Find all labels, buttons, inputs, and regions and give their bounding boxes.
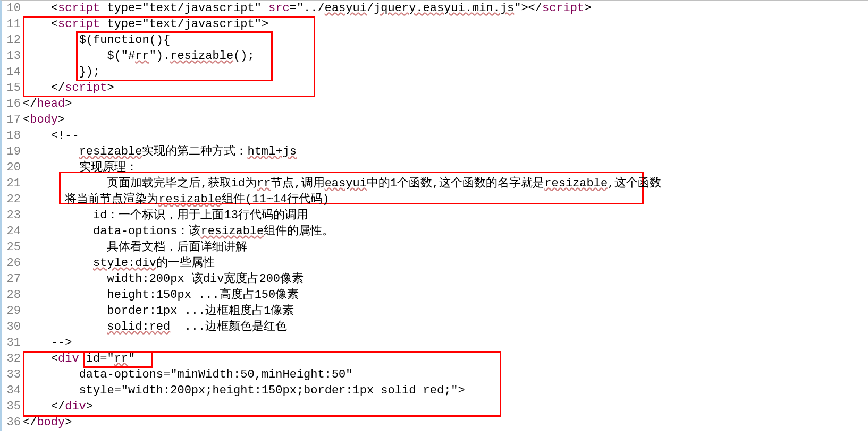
code-editor[interactable]: 1011121314151617181920212223242526272829… <box>0 0 868 431</box>
line-number: 22 <box>2 192 21 208</box>
code-token: "text/javascript" <box>142 18 261 31</box>
code-token: easyui <box>325 2 367 15</box>
code-token: resizable <box>544 177 608 190</box>
line-number: 24 <box>2 224 21 239</box>
code-token: " <box>128 352 135 365</box>
line-number: 28 <box>2 287 21 303</box>
code-line[interactable]: <script type="text/javascript" src="../e… <box>23 1 868 16</box>
code-token: 组件(11~14行代码) <box>222 193 329 206</box>
code-token: 实现原理： <box>79 161 138 174</box>
code-line[interactable]: </script> <box>23 80 868 96</box>
code-token: ,这个函数 <box>608 177 661 190</box>
line-number: 16 <box>2 96 21 112</box>
code-token: id：一个标识，用于上面13行代码的调用 <box>93 209 308 222</box>
code-token <box>262 2 268 15</box>
code-token: > <box>584 2 591 15</box>
code-line[interactable]: data-options：该resizable组件的属性。 <box>23 224 868 239</box>
code-line[interactable]: <div id="rr" <box>23 351 868 367</box>
code-line[interactable]: style:div的一些属性 <box>23 255 868 271</box>
code-token: easyui <box>325 177 367 190</box>
code-line[interactable]: data-options="minWidth:50,minHeight:50" <box>23 367 868 383</box>
line-number: 21 <box>2 176 21 192</box>
line-number: 17 <box>2 112 21 128</box>
code-token: " <box>107 352 114 365</box>
code-token: width:200px 该div宽度占200像素 <box>107 272 304 286</box>
code-line[interactable]: --> <box>23 335 868 351</box>
code-line[interactable]: </body> <box>23 415 868 431</box>
code-token: 实现的第二种方式： <box>142 145 247 158</box>
code-token: script <box>58 18 100 31</box>
code-token: </ <box>23 97 37 110</box>
code-token: $(function(){ <box>79 33 171 47</box>
line-number: 26 <box>2 255 21 271</box>
code-token: type= <box>100 2 142 15</box>
code-token: </ <box>51 400 65 413</box>
code-line[interactable]: <!-- <box>23 128 868 144</box>
code-token: script <box>65 81 107 95</box>
line-number: 12 <box>2 32 21 48</box>
code-token: "text/javascript" <box>142 2 261 15</box>
code-token: > <box>65 97 72 110</box>
code-token: 将当前节点渲染为 <box>65 193 158 206</box>
code-token: rr <box>135 49 149 63</box>
code-token: < <box>51 2 58 15</box>
code-line[interactable]: style="width:200px;height:150px;border:1… <box>23 383 868 399</box>
code-token: <!-- <box>51 129 79 142</box>
line-number: 18 <box>2 128 21 144</box>
line-number: 30 <box>2 319 21 335</box>
code-line[interactable]: <body> <box>23 112 868 128</box>
code-line[interactable]: 实现原理： <box>23 160 868 176</box>
code-token: = <box>290 2 297 15</box>
code-token: resizable <box>170 49 233 63</box>
code-line[interactable]: width:200px 该div宽度占200像素 <box>23 271 868 287</box>
code-token: head <box>37 97 65 110</box>
code-token: src <box>268 2 290 15</box>
code-line[interactable]: </head> <box>23 96 868 112</box>
line-number-gutter: 1011121314151617181920212223242526272829… <box>2 1 23 431</box>
code-token: "). <box>149 49 171 63</box>
line-number: 11 <box>2 16 21 32</box>
line-number: 13 <box>2 48 21 64</box>
code-line[interactable]: }); <box>23 64 868 80</box>
code-token: ...边框颜色是红色 <box>170 320 287 333</box>
code-token: style:div <box>93 256 156 270</box>
code-token: script <box>58 2 100 15</box>
code-line[interactable]: height:150px ...高度占150像素 <box>23 287 868 303</box>
line-number: 23 <box>2 208 21 224</box>
code-line[interactable]: </div> <box>23 399 868 415</box>
line-number: 36 <box>2 415 21 431</box>
code-line[interactable]: resizable实现的第二种方式：html+js <box>23 144 868 160</box>
code-token: > <box>107 81 114 95</box>
code-token: div <box>58 352 79 365</box>
line-number: 19 <box>2 144 21 160</box>
code-token: height:150px ...高度占150像素 <box>107 288 299 302</box>
code-line[interactable]: 具体看文档，后面详细讲解 <box>23 239 868 255</box>
code-line[interactable]: 将当前节点渲染为resizable组件(11~14行代码) <box>23 192 868 208</box>
line-number: 10 <box>2 1 21 16</box>
code-line[interactable]: <script type="text/javascript"> <box>23 16 868 32</box>
code-line[interactable]: border:1px ...边框粗度占1像素 <box>23 303 868 319</box>
code-line[interactable]: id：一个标识，用于上面13行代码的调用 <box>23 208 868 224</box>
code-area[interactable]: <script type="text/javascript" src="../e… <box>23 1 868 431</box>
line-number: 32 <box>2 351 21 367</box>
code-token: "></ <box>514 2 542 15</box>
code-line[interactable]: solid:red ...边框颜色是红色 <box>23 319 868 335</box>
line-number: 20 <box>2 160 21 176</box>
code-token: html+js <box>247 145 296 158</box>
code-token: "../ <box>297 2 325 15</box>
code-token: 中的1个函数,这个函数的名字就是 <box>367 177 544 190</box>
code-line[interactable]: $("#rr").resizable(); <box>23 48 868 64</box>
code-token: style="width:200px;height:150px;border:1… <box>79 384 465 397</box>
code-token: </ <box>51 81 65 95</box>
code-token: 组件的属性。 <box>264 225 334 238</box>
code-token: }); <box>79 65 100 79</box>
code-line[interactable]: $(function(){ <box>23 32 868 48</box>
code-token: rr <box>114 352 128 365</box>
code-token: > <box>86 400 93 413</box>
code-line[interactable]: 页面加载完毕之后,获取id为rr节点,调用easyui中的1个函数,这个函数的名… <box>23 176 868 192</box>
code-token: 页面加载完毕之后,获取id为 <box>107 177 257 190</box>
code-token: (); <box>233 49 255 63</box>
code-token: data-options="minWidth:50,minHeight:50" <box>79 368 353 381</box>
code-token: script <box>542 2 584 15</box>
code-token: < <box>51 352 58 365</box>
